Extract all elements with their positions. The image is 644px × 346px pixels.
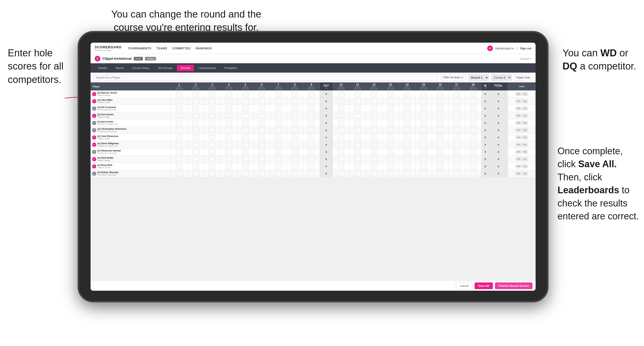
score-input-2-13[interactable] [387,106,394,111]
score-input-1-15[interactable] [420,99,427,104]
score-input-5-14[interactable] [404,128,410,133]
score-input-9-14[interactable] [404,157,410,162]
tab-results[interactable]: Results [177,65,194,71]
score-input-2-3[interactable] [209,106,216,111]
wd-button[interactable]: WD [515,157,521,161]
score-input-10-1[interactable] [176,164,183,169]
score-input-7-11[interactable] [354,142,361,147]
score-input-2-7[interactable] [275,106,282,111]
score-input-9-8[interactable] [292,157,298,162]
score-input-4-3[interactable] [209,120,216,126]
score-input-6-6[interactable] [258,135,265,140]
score-input-0-6[interactable] [258,91,265,97]
score-input-4-5[interactable] [242,120,249,126]
score-input-3-6[interactable] [258,113,265,118]
score-input-1-5[interactable] [242,99,249,104]
score-input-10-18[interactable] [470,164,477,169]
score-input-4-12[interactable] [371,120,377,126]
score-input-11-7[interactable] [275,171,282,176]
dq-button[interactable]: DQ [522,92,528,96]
score-input-6-16[interactable] [437,135,443,140]
score-input-9-1[interactable] [176,157,183,162]
tab-teams[interactable]: Teams [112,65,127,71]
score-input-5-2[interactable] [192,128,199,133]
sign-out-link[interactable]: Sign out [520,47,531,50]
score-input-0-18[interactable] [470,91,477,97]
score-input-9-17[interactable] [453,157,460,162]
score-input-2-11[interactable] [354,106,361,111]
dq-button[interactable]: DQ [522,143,528,147]
score-input-1-17[interactable] [453,99,460,104]
score-input-11-5[interactable] [242,171,249,176]
nav-rankings[interactable]: RANKINGS [196,47,212,50]
score-input-0-12[interactable] [371,91,377,97]
wd-button[interactable]: WD [515,150,521,154]
score-input-8-4[interactable] [225,149,232,155]
score-input-1-12[interactable] [371,99,377,104]
score-input-6-10[interactable] [338,135,344,140]
score-input-8-14[interactable] [404,149,410,155]
wd-button[interactable]: WD [515,135,521,139]
score-input-9-3[interactable] [209,157,216,162]
dq-button[interactable]: DQ [522,164,528,168]
wd-button[interactable]: WD [515,99,521,103]
score-input-0-7[interactable] [275,91,282,97]
search-input[interactable] [94,74,438,81]
score-input-2-17[interactable] [453,106,460,111]
score-input-6-5[interactable] [242,135,249,140]
score-input-10-15[interactable] [420,164,427,169]
score-input-3-1[interactable] [176,113,183,118]
score-input-4-18[interactable] [470,120,477,126]
score-input-1-9[interactable] [308,99,315,104]
score-input-4-6[interactable] [258,120,265,126]
score-input-5-12[interactable] [371,128,377,133]
score-input-0-11[interactable] [354,91,361,97]
score-input-0-4[interactable] [225,91,232,97]
score-input-11-6[interactable] [258,171,265,176]
score-input-11-1[interactable] [176,171,183,176]
score-input-4-7[interactable] [275,120,282,126]
round-select[interactable]: Round 1 [468,74,489,81]
tab-tee-groups[interactable]: Tee Groups [154,65,176,71]
score-input-4-11[interactable] [354,120,361,126]
score-input-5-5[interactable] [242,128,249,133]
score-input-5-4[interactable] [225,128,232,133]
score-input-11-2[interactable] [192,171,199,176]
score-input-5-1[interactable] [176,128,183,133]
score-input-8-15[interactable] [420,149,427,155]
score-input-10-6[interactable] [258,164,265,169]
score-input-11-15[interactable] [420,171,427,176]
score-input-6-1[interactable] [176,135,183,140]
score-input-3-11[interactable] [354,113,361,118]
nav-tournaments[interactable]: TOURNAMENTS [128,47,151,50]
score-input-11-11[interactable] [354,171,361,176]
score-input-8-13[interactable] [387,149,394,155]
score-input-11-9[interactable] [308,171,315,176]
tab-printables[interactable]: Printables [221,65,241,71]
score-input-4-2[interactable] [192,120,199,126]
score-input-6-12[interactable] [371,135,377,140]
score-input-3-5[interactable] [242,113,249,118]
score-input-8-6[interactable] [258,149,265,155]
score-input-8-3[interactable] [209,149,216,155]
score-input-2-8[interactable] [292,106,298,111]
score-input-8-8[interactable] [292,149,298,155]
score-input-9-16[interactable] [437,157,443,162]
score-input-3-18[interactable] [470,113,477,118]
score-input-6-8[interactable] [292,135,298,140]
dq-button[interactable]: DQ [522,128,528,132]
score-input-2-1[interactable] [176,106,183,111]
score-input-10-14[interactable] [404,164,410,169]
score-input-6-18[interactable] [470,135,477,140]
score-input-6-14[interactable] [404,135,410,140]
score-input-3-15[interactable] [420,113,427,118]
score-input-9-13[interactable] [387,157,394,162]
score-input-9-4[interactable] [225,157,232,162]
score-input-5-7[interactable] [275,128,282,133]
score-input-9-6[interactable] [258,157,265,162]
score-input-4-16[interactable] [437,120,443,126]
score-input-11-4[interactable] [225,171,232,176]
score-input-2-5[interactable] [242,106,249,111]
score-input-1-4[interactable] [225,99,232,104]
score-input-8-5[interactable] [242,149,249,155]
